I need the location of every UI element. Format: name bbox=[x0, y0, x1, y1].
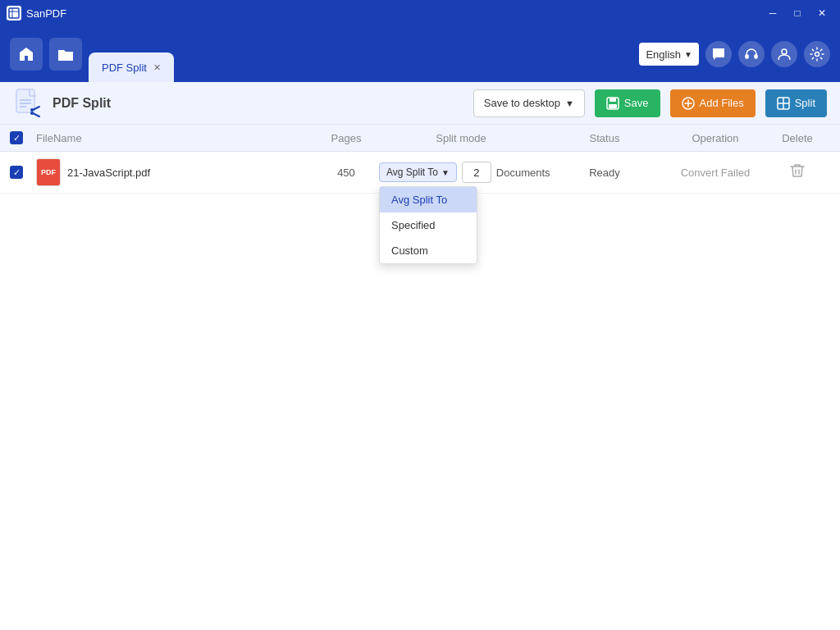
svg-rect-0 bbox=[9, 8, 19, 18]
split-button[interactable]: Split bbox=[765, 89, 827, 117]
split-mode-column-header: Split mode bbox=[379, 132, 543, 144]
tab-bar: PDF Split ✕ bbox=[89, 26, 632, 82]
operation-column-header: Operation bbox=[666, 132, 765, 144]
maximize-button[interactable]: □ bbox=[786, 4, 809, 22]
svg-point-5 bbox=[720, 52, 722, 54]
delete-column-header: Delete bbox=[765, 132, 830, 144]
status-column-header: Status bbox=[543, 132, 666, 144]
app-icon bbox=[7, 6, 21, 21]
pdf-split-tab[interactable]: PDF Split ✕ bbox=[89, 52, 174, 82]
delete-cell bbox=[765, 159, 830, 185]
user-button[interactable] bbox=[771, 41, 797, 67]
save-desktop-label: Save to desktop bbox=[484, 97, 560, 109]
tab-close-button[interactable]: ✕ bbox=[153, 63, 161, 72]
toolbar-right: English ▼ bbox=[639, 41, 830, 67]
split-icon bbox=[777, 97, 790, 110]
svg-rect-18 bbox=[609, 104, 617, 108]
row-checkbox-cell bbox=[10, 166, 36, 179]
title-bar-left: SanPDF bbox=[7, 6, 66, 21]
toolbar: PDF Split ✕ English ▼ bbox=[0, 26, 840, 82]
save-icon bbox=[606, 97, 619, 110]
close-button[interactable]: ✕ bbox=[810, 4, 833, 22]
save-button[interactable]: Save bbox=[595, 89, 660, 117]
language-chevron-icon: ▼ bbox=[684, 50, 692, 59]
svg-point-9 bbox=[815, 52, 819, 57]
filename-column-header: FileName bbox=[36, 132, 313, 144]
app-title: SanPDF bbox=[26, 7, 66, 20]
table-header: FileName Pages Split mode Status Operati… bbox=[0, 125, 840, 152]
add-files-button[interactable]: Add Files bbox=[670, 89, 756, 117]
filename-cell: PDF 21-JavaScript.pdf bbox=[36, 158, 313, 186]
window-controls: ─ □ ✕ bbox=[761, 4, 833, 22]
svg-point-3 bbox=[715, 52, 717, 54]
tab-label: PDF Split bbox=[102, 62, 147, 74]
main-content: PDF Split Save to desktop ▼ Save Add Fil… bbox=[0, 82, 840, 630]
pdf-file-icon: PDF bbox=[36, 158, 61, 186]
header-checkbox-cell bbox=[10, 131, 36, 144]
svg-rect-7 bbox=[755, 55, 757, 58]
pages-cell: 450 bbox=[313, 167, 379, 179]
svg-rect-17 bbox=[609, 98, 616, 102]
split-mode-chevron-icon: ▼ bbox=[441, 168, 450, 177]
minimize-button[interactable]: ─ bbox=[761, 4, 784, 22]
operation-cell: Convert Failed bbox=[666, 167, 765, 179]
split-mode-dropdown-trigger[interactable]: Avg Split To ▼ bbox=[379, 162, 457, 182]
svg-point-14 bbox=[30, 108, 34, 112]
add-files-icon bbox=[682, 97, 695, 110]
page-title: PDF Split bbox=[52, 96, 463, 111]
language-label: English bbox=[646, 48, 681, 61]
dropdown-option-custom[interactable]: Custom bbox=[380, 238, 477, 263]
delete-row-button[interactable] bbox=[787, 159, 808, 185]
open-folder-button[interactable] bbox=[49, 38, 82, 71]
svg-point-4 bbox=[718, 52, 719, 54]
title-bar: SanPDF ─ □ ✕ bbox=[0, 0, 840, 26]
content-area: FileName Pages Split mode Status Operati… bbox=[0, 125, 840, 630]
pdf-split-page-icon bbox=[13, 89, 43, 118]
home-button[interactable] bbox=[10, 38, 43, 71]
save-desktop-chevron-icon: ▼ bbox=[565, 98, 574, 108]
table-body: PDF 21-JavaScript.pdf 450 Avg Split To ▼… bbox=[0, 152, 840, 194]
dropdown-option-specified[interactable]: Specified bbox=[380, 212, 477, 238]
split-mode-value: Avg Split To bbox=[386, 167, 438, 178]
select-all-checkbox[interactable] bbox=[10, 131, 23, 144]
split-label: Split bbox=[795, 97, 815, 109]
save-to-desktop-button[interactable]: Save to desktop ▼ bbox=[473, 89, 585, 117]
pages-column-header: Pages bbox=[313, 132, 379, 144]
add-files-label: Add Files bbox=[700, 97, 744, 109]
svg-rect-6 bbox=[746, 55, 748, 58]
split-value-input[interactable] bbox=[462, 162, 491, 183]
save-label: Save bbox=[624, 97, 649, 109]
row-checkbox[interactable] bbox=[10, 166, 23, 179]
filename-text: 21-JavaScript.pdf bbox=[67, 167, 150, 179]
svg-point-15 bbox=[30, 112, 34, 115]
headset-button[interactable] bbox=[738, 41, 765, 67]
split-mode-cell: Avg Split To ▼ Avg Split To Specified Cu… bbox=[379, 162, 543, 183]
documents-label: Documents bbox=[496, 167, 550, 179]
table-row: PDF 21-JavaScript.pdf 450 Avg Split To ▼… bbox=[0, 152, 840, 194]
language-selector[interactable]: English ▼ bbox=[639, 43, 699, 66]
dropdown-option-avg-split-to[interactable]: Avg Split To bbox=[380, 187, 477, 212]
trash-icon bbox=[790, 162, 805, 179]
status-cell: Ready bbox=[543, 167, 666, 179]
settings-button[interactable] bbox=[804, 41, 830, 67]
action-bar: PDF Split Save to desktop ▼ Save Add Fil… bbox=[0, 82, 840, 125]
svg-point-8 bbox=[782, 49, 787, 54]
split-mode-dropdown-menu: Avg Split To Specified Custom bbox=[379, 186, 477, 264]
chat-button[interactable] bbox=[705, 41, 732, 67]
